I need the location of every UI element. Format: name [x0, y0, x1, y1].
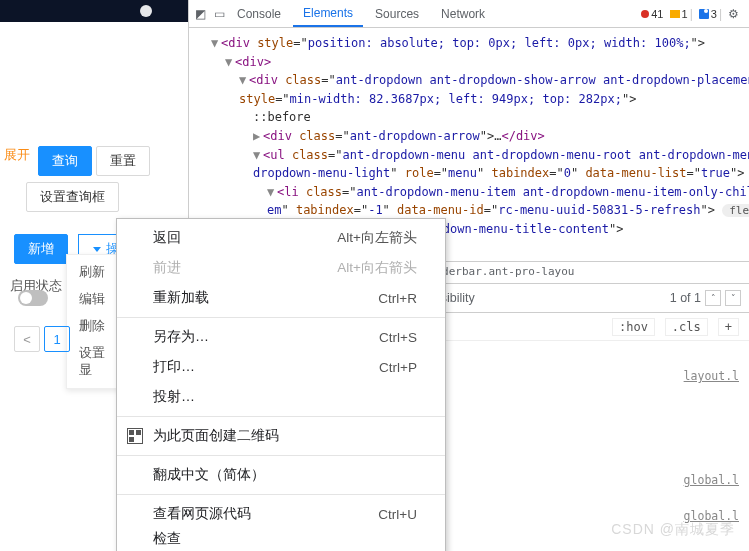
nav-dot-icon	[140, 5, 152, 17]
ctx-separator	[117, 455, 445, 456]
hov-toggle[interactable]: :hov	[612, 318, 655, 336]
tab-console[interactable]: Console	[227, 2, 291, 26]
qrcode-icon	[127, 428, 143, 444]
ctx-translate[interactable]: 翻成中文（简体）	[117, 460, 445, 490]
tab-network[interactable]: Network	[431, 2, 495, 26]
pager-prev[interactable]: <	[14, 326, 40, 352]
enable-switch[interactable]	[18, 290, 48, 306]
ctx-separator	[117, 317, 445, 318]
set-query-box-button[interactable]: 设置查询框	[26, 182, 119, 212]
device-icon[interactable]: ▭	[214, 7, 225, 21]
tab-elements[interactable]: Elements	[293, 1, 363, 27]
reset-button[interactable]: 重置	[96, 146, 150, 176]
app-nav-dark	[0, 0, 188, 22]
inspect-icon[interactable]: ◩	[195, 7, 206, 21]
issues-count[interactable]: 3	[699, 8, 717, 20]
new-rule-button[interactable]: +	[718, 318, 739, 336]
warning-count[interactable]: 1	[670, 8, 688, 20]
ctx-separator	[117, 494, 445, 495]
ctx-view-source[interactable]: 查看网页源代码Ctrl+U	[117, 499, 445, 529]
ctx-print[interactable]: 打印…Ctrl+P	[117, 352, 445, 382]
ctx-save-as[interactable]: 另存为…Ctrl+S	[117, 322, 445, 352]
search-next-icon[interactable]: ˅	[725, 290, 741, 306]
devtools-tab-bar: ◩ ▭ Console Elements Sources Network 41 …	[189, 0, 749, 28]
expand-button[interactable]: 展开	[0, 146, 34, 176]
watermark: CSDN @南城夏季	[611, 521, 735, 539]
ctx-back[interactable]: 返回Alt+向左箭头	[117, 223, 445, 253]
search-prev-icon[interactable]: ˄	[705, 290, 721, 306]
set-query-box-row: 设置查询框	[0, 182, 188, 212]
error-count[interactable]: 41	[641, 8, 663, 20]
search-page-indicator: 1 of 1 ˄ ˅	[670, 290, 749, 306]
pagination: < 1	[0, 326, 70, 352]
query-button-row: 展开 查询 重置	[0, 140, 188, 176]
ctx-forward[interactable]: 前进Alt+向右箭头	[117, 253, 445, 283]
add-button[interactable]: 新增	[14, 234, 68, 264]
query-button[interactable]: 查询	[38, 146, 92, 176]
ctx-reload[interactable]: 重新加载Ctrl+R	[117, 283, 445, 313]
cls-toggle[interactable]: .cls	[665, 318, 708, 336]
ctx-inspect[interactable]: 检查	[117, 529, 445, 549]
settings-icon[interactable]: ⚙	[728, 7, 739, 21]
pager-page-1[interactable]: 1	[44, 326, 70, 352]
ctx-separator	[117, 416, 445, 417]
ctx-cast[interactable]: 投射…	[117, 382, 445, 412]
context-menu: 返回Alt+向左箭头 前进Alt+向右箭头 重新加载Ctrl+R 另存为…Ctr…	[116, 218, 446, 551]
caret-down-icon	[93, 247, 101, 252]
ctx-qrcode[interactable]: 为此页面创建二维码	[117, 421, 445, 451]
tab-sources[interactable]: Sources	[365, 2, 429, 26]
